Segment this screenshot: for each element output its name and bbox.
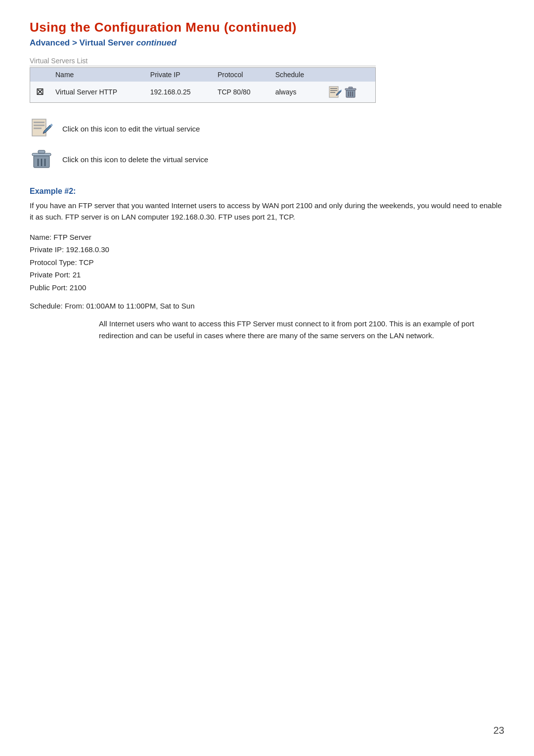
- page-number: 23: [493, 725, 504, 736]
- legend-edit-icon-box[interactable]: [30, 117, 53, 140]
- svg-rect-14: [34, 125, 44, 126]
- checkbox-icon[interactable]: ☒: [36, 88, 44, 97]
- svg-rect-13: [34, 122, 44, 123]
- svg-rect-15: [34, 128, 42, 129]
- page-title: Using the Configuration Menu (continued): [30, 20, 504, 35]
- edit-icon[interactable]: [328, 85, 342, 99]
- example-heading: Example #2:: [30, 187, 504, 196]
- virtual-servers-table: Name Private IP Protocol Schedule ☒ Virt…: [30, 67, 376, 103]
- legend-delete-text: Click on this icon to delete the virtual…: [62, 155, 208, 164]
- table-header-protocol: Protocol: [212, 68, 269, 82]
- svg-rect-20: [38, 150, 45, 153]
- legend-edit-row: Click on this icon to edit the virtual s…: [30, 117, 504, 140]
- section-heading-text: Advanced > Virtual Server: [30, 38, 136, 47]
- detail-private-port: Private Port: 21: [30, 268, 504, 281]
- table-header-row: Name Private IP Protocol Schedule: [30, 68, 376, 82]
- legend-delete-row: Click on this icon to delete the virtual…: [30, 147, 504, 171]
- table-cell-protocol: TCP 80/80: [212, 82, 269, 103]
- virtual-servers-list-title: Virtual Servers List: [30, 57, 376, 66]
- detail-protocol-type: Protocol Type: TCP: [30, 256, 504, 269]
- table-header-private-ip: Private IP: [144, 68, 212, 82]
- table-header-actions: [322, 68, 376, 82]
- detail-name: Name: FTP Server: [30, 231, 504, 244]
- detail-public-port: Public Port: 2100: [30, 281, 504, 294]
- icon-legend: Click on this icon to edit the virtual s…: [30, 117, 504, 171]
- svg-rect-2: [330, 90, 337, 91]
- svg-rect-1: [330, 88, 337, 89]
- example-body: If you have an FTP server that you wante…: [30, 200, 504, 223]
- svg-rect-3: [330, 92, 335, 93]
- legend-edit-text: Click on this icon to edit the virtual s…: [62, 125, 200, 133]
- legend-delete-icon-box[interactable]: [30, 147, 53, 171]
- indented-note: All Internet users who want to access th…: [99, 318, 504, 342]
- table-cell-schedule: always: [269, 82, 322, 103]
- section-heading-italic: continued: [136, 38, 177, 47]
- svg-rect-19: [32, 153, 51, 156]
- table-cell-private-ip: 192.168.0.25: [144, 82, 212, 103]
- table-cell-name: Virtual Server HTTP: [49, 82, 144, 103]
- table-cell-actions: [322, 82, 376, 103]
- table-row: ☒ Virtual Server HTTP 192.168.0.25 TCP 8…: [30, 82, 376, 103]
- svg-rect-8: [349, 87, 353, 89]
- table-cell-checkbox: ☒: [30, 82, 50, 103]
- example-details: Name: FTP Server Private IP: 192.168.0.3…: [30, 231, 504, 294]
- table-header-name: Name: [49, 68, 144, 82]
- table-header-checkbox: [30, 68, 50, 82]
- detail-private-ip: Private IP: 192.168.0.30: [30, 243, 504, 256]
- schedule-line: Schedule: From: 01:00AM to 11:00PM, Sat …: [30, 302, 504, 310]
- delete-icon[interactable]: [344, 85, 357, 99]
- table-header-schedule: Schedule: [269, 68, 322, 82]
- section-heading: Advanced > Virtual Server continued: [30, 38, 504, 48]
